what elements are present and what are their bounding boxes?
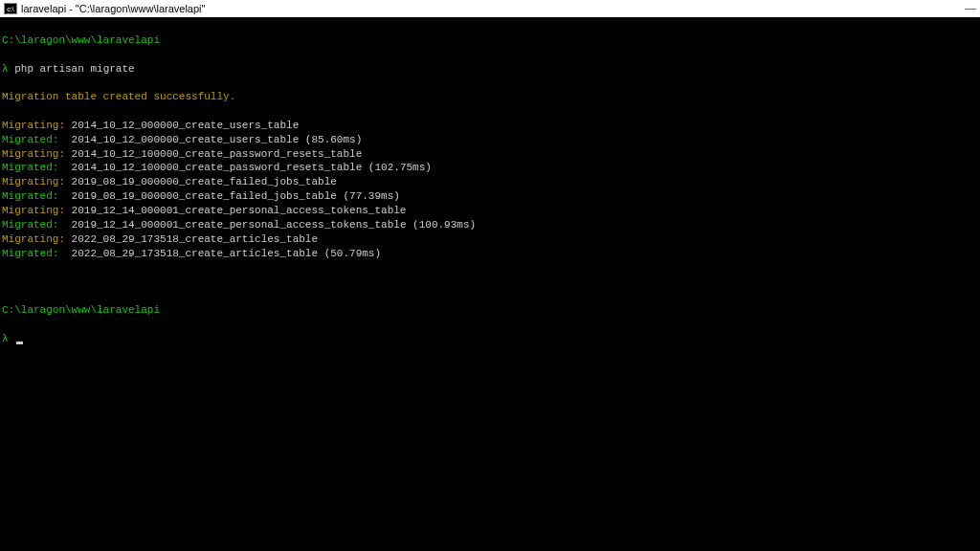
- window-title: laravelapi - "C:\laragon\www\laravelapi": [21, 3, 205, 14]
- titlebar-left: c:\ laravelapi - "C:\laragon\www\laravel…: [4, 3, 205, 14]
- migration-name: 2019_12_14_000001_create_personal_access…: [58, 219, 476, 231]
- migration-name: 2014_10_12_100000_create_password_resets…: [65, 148, 362, 160]
- migration-name: 2019_08_19_000000_create_failed_jobs_tab…: [65, 176, 337, 187]
- migration-status: Migrating:: [2, 120, 65, 131]
- migration-name: 2014_10_12_000000_create_users_table (85…: [58, 134, 362, 145]
- cmd-icon: c:\: [4, 3, 17, 14]
- window-titlebar: c:\ laravelapi - "C:\laragon\www\laravel…: [0, 0, 980, 17]
- migration-name: 2022_08_29_173518_create_articles_table …: [58, 248, 381, 259]
- migration-name: 2014_10_12_000000_create_users_table: [65, 120, 299, 131]
- command-text: php artisan migrate: [9, 63, 135, 75]
- migration-name: 2014_10_12_100000_create_password_resets…: [58, 162, 431, 173]
- migration-status: Migrating:: [2, 176, 65, 187]
- migration-name: 2019_08_19_000000_create_failed_jobs_tab…: [58, 190, 399, 202]
- migration-status: Migrated:: [2, 134, 58, 145]
- migration-name: 2022_08_29_173518_create_articles_table: [65, 233, 318, 245]
- window-controls: —: [965, 2, 976, 15]
- minimize-button[interactable]: —: [965, 2, 976, 15]
- migration-status: Migrating:: [2, 205, 65, 216]
- prompt-lambda: λ: [2, 333, 9, 344]
- migration-status: Migrated:: [2, 162, 58, 173]
- migration-name: 2019_12_14_000001_create_personal_access…: [65, 205, 406, 216]
- migration-status: Migrated:: [2, 248, 58, 259]
- migration-status: Migrating:: [2, 148, 65, 160]
- terminal-body[interactable]: C:\laragon\www\laravelapi λ php artisan …: [0, 17, 980, 551]
- prompt-path: C:\laragon\www\laravelapi: [2, 304, 160, 316]
- migration-status: Migrated:: [2, 190, 58, 202]
- prompt-path: C:\laragon\www\laravelapi: [2, 34, 160, 46]
- migration-status: Migrating:: [2, 233, 65, 245]
- prompt-lambda: λ: [2, 63, 9, 75]
- migration-success: Migration table created successfully.: [2, 91, 235, 102]
- cursor: [9, 333, 24, 344]
- migration-status: Migrated:: [2, 219, 58, 231]
